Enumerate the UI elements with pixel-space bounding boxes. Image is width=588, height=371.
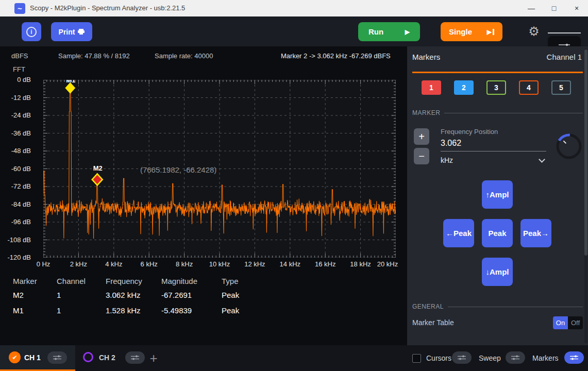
- markers-settings-pill-button[interactable]: [564, 351, 584, 364]
- plot-region: dBFS Sample: 47.88 % / 8192 Sample rate:…: [0, 46, 407, 345]
- marker-table-cell: -67.2691: [161, 291, 192, 299]
- marker-table-cell: M1: [13, 306, 24, 315]
- sample-rate-status: Sample rate: 40000: [155, 52, 213, 60]
- marker-table-cell: Peak: [222, 306, 239, 315]
- fft-mode-label: FFT: [13, 65, 25, 73]
- marker-button-1[interactable]: 1: [422, 80, 441, 95]
- ch1-label: CH 1: [24, 353, 41, 362]
- sweep-settings-pill-button[interactable]: [506, 351, 525, 364]
- arrow-left-icon: ←: [446, 229, 453, 238]
- frequency-unit-value: kHz: [441, 156, 453, 164]
- marker-readout: Marker 2 -> 3.062 kHz -67.269 dBFS: [281, 52, 391, 60]
- markers-label: Markers: [532, 354, 559, 362]
- x-tick-label: 6 kHz: [132, 260, 165, 268]
- sliders-icon: [130, 355, 140, 361]
- knob-icon: [555, 132, 583, 161]
- app-window: ~ Scopy - M2kPlugin - Spectrum Analyzer …: [0, 0, 588, 371]
- peak-button[interactable]: Peak: [482, 219, 513, 247]
- print-button[interactable]: Print: [51, 22, 92, 41]
- cursors-settings-pill-button[interactable]: [452, 351, 472, 364]
- cursor-position-annotation: (7665.1982, -66.2428): [140, 165, 216, 174]
- marker-table: MarkerChannelFrequencyMagnitudeTypeM213.…: [13, 277, 322, 333]
- info-button[interactable]: i: [22, 22, 41, 41]
- y-tick-label: -96 dB: [0, 218, 31, 226]
- single-button[interactable]: Single ▶: [441, 22, 502, 41]
- add-channel-button[interactable]: +: [147, 351, 160, 365]
- ampl-down-button[interactable]: ↓Ampl: [482, 258, 513, 286]
- marker-table-toggle[interactable]: On Off: [553, 316, 583, 329]
- frequency-position-label: Frequency Position: [441, 128, 498, 136]
- single-label: Single: [449, 27, 472, 36]
- marker-table-toggle-label: Marker Table: [412, 318, 454, 327]
- ch1-settings-pill-button[interactable]: [47, 351, 67, 364]
- cursors-label: Cursors: [426, 354, 451, 362]
- marker-button-4[interactable]: 4: [519, 80, 539, 95]
- frequency-unit-dropdown[interactable]: kHz: [441, 156, 546, 164]
- sliders-icon: [510, 355, 520, 361]
- x-tick-label: 8 kHz: [168, 260, 201, 268]
- panel-toggle-active-indicator: [548, 32, 581, 33]
- y-tick-label: -60 dB: [0, 165, 31, 173]
- x-tick-label: 2 kHz: [62, 260, 95, 268]
- marker-button-3[interactable]: 3: [486, 80, 506, 95]
- y-tick-label: 0 dB: [0, 76, 31, 83]
- y-tick-label: -120 dB: [0, 254, 31, 261]
- print-label: Print: [59, 28, 75, 36]
- markers-settings-panel: Markers Channel 1 12345 MARKER + − Frequ…: [407, 46, 588, 345]
- ch2-label[interactable]: CH 2: [99, 353, 115, 362]
- y-tick-label: -72 dB: [0, 182, 31, 190]
- run-button[interactable]: Run ▶: [358, 22, 420, 41]
- marker-table-cell: Peak: [222, 291, 239, 299]
- panel-title: Markers: [412, 53, 440, 61]
- printer-icon: [78, 29, 85, 35]
- minimize-button[interactable]: —: [520, 0, 543, 16]
- title-bar: ~ Scopy - M2kPlugin - Spectrum Analyzer …: [0, 0, 588, 16]
- y-tick-label: -36 dB: [0, 129, 31, 137]
- marker-table-cell: 3.062 kHz: [106, 291, 141, 299]
- marker-table-header: Magnitude: [161, 277, 197, 285]
- spectrum-plot[interactable]: M1M2(7665.1982, -66.2428): [43, 80, 396, 258]
- general-section-header: GENERAL: [412, 303, 583, 310]
- panel-scrollbar-thumb[interactable]: [584, 49, 587, 256]
- toggle-off[interactable]: Off: [568, 316, 583, 329]
- marker-table-cell: M2: [13, 291, 24, 299]
- toolbar: i Print Run ▶ Single ▶ ⚙: [0, 16, 588, 46]
- svg-text:M1: M1: [66, 80, 75, 84]
- frequency-knob[interactable]: [555, 132, 583, 161]
- peak-right-button[interactable]: Peak→: [520, 219, 551, 247]
- x-tick-label: 0 Hz: [27, 260, 60, 268]
- marker-table-cell: 1: [57, 291, 61, 299]
- arrow-down-icon: ↓: [486, 267, 490, 276]
- cursors-checkbox[interactable]: [412, 354, 421, 363]
- sample-status: Sample: 47.88 % / 8192: [58, 52, 130, 60]
- y-tick-label: -84 dB: [0, 200, 31, 208]
- window-title: Scopy - M2kPlugin - Spectrum Analyzer - …: [30, 4, 185, 12]
- marker-table-header: Channel: [57, 277, 86, 285]
- y-tick-label: -48 dB: [0, 147, 31, 155]
- y-unit-label: dBFS: [11, 52, 28, 60]
- marker-button-2[interactable]: 2: [454, 80, 474, 95]
- x-tick-label: 14 kHz: [274, 260, 307, 268]
- marker-button-5[interactable]: 5: [551, 80, 571, 95]
- run-label: Run: [368, 27, 383, 36]
- ch1-enabled-check-icon[interactable]: ✔: [9, 351, 21, 363]
- marker-section-header: MARKER: [412, 109, 583, 116]
- panel-channel-label: Channel 1: [547, 53, 582, 61]
- peak-left-button[interactable]: ←Peak: [443, 219, 474, 247]
- tab-channel-1[interactable]: ✔ CH 1: [0, 345, 75, 371]
- frequency-increment-button[interactable]: +: [414, 128, 429, 145]
- marker-table-cell: 1: [57, 306, 61, 315]
- ch2-settings-pill-button[interactable]: [125, 351, 145, 364]
- frequency-position-input[interactable]: 3.062: [441, 139, 546, 151]
- info-icon: i: [26, 27, 37, 37]
- gear-icon[interactable]: ⚙: [527, 24, 541, 39]
- sliders-icon: [569, 355, 579, 361]
- svg-text:M2: M2: [93, 164, 103, 172]
- ch2-enable-circle[interactable]: [83, 352, 93, 362]
- sweep-label: Sweep: [479, 354, 501, 362]
- frequency-decrement-button[interactable]: −: [414, 148, 429, 164]
- toggle-on[interactable]: On: [553, 316, 568, 329]
- close-button[interactable]: ×: [565, 0, 588, 16]
- maximize-button[interactable]: □: [543, 0, 565, 16]
- ampl-up-button[interactable]: ↑Ampl: [482, 180, 513, 209]
